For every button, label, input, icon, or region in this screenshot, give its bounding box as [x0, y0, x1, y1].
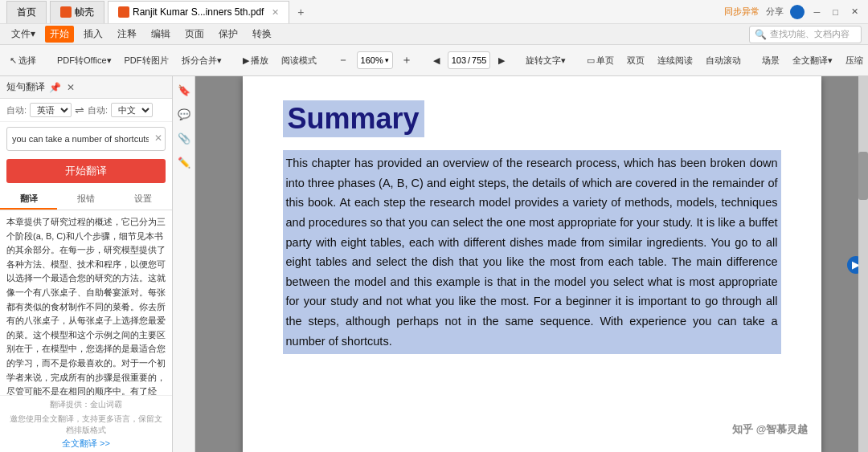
comment-sidebar-btn[interactable]: 💬 [175, 105, 193, 123]
trans-input-area: ✕ [6, 127, 166, 151]
select-tool-label: 选择 [18, 55, 36, 67]
trans-content-area: 本章提供了研究过程的概述，它已分为三个阶段(a, B, C)和八个步骤，细节见本… [0, 210, 172, 395]
attach-sidebar-btn[interactable]: 📎 [175, 129, 193, 147]
split-merge-btn[interactable]: 拆分合并▾ [177, 49, 227, 71]
pdf-to-image-btn[interactable]: PDF转图片 [120, 49, 174, 71]
menu-start[interactable]: 开始 [45, 26, 74, 43]
search-icon: 🔍 [755, 29, 767, 40]
zoom-out-btn[interactable]: － [333, 49, 354, 71]
page-box[interactable]: 103 / 755 [448, 51, 491, 69]
menu-edit[interactable]: 编辑 [146, 26, 175, 43]
lang-source-select[interactable]: 英语 [30, 103, 72, 117]
read-mode-label: 阅读模式 [281, 55, 317, 67]
tab-report[interactable]: 报错 [57, 189, 114, 210]
menu-file[interactable]: 文件▾ [6, 26, 40, 43]
title-bar-right: 同步异常 分享 ─ □ ✕ [724, 5, 862, 19]
trans-content-text: 本章提供了研究过程的概述，它已分为三个阶段(a, B, C)和八个步骤，细节见本… [6, 215, 166, 395]
search-box[interactable]: 🔍 查找功能、文档内容 [749, 26, 862, 43]
lang-selection-row: 自动: 英语 ⇌ 自动: 中文 [0, 99, 172, 122]
menu-protect[interactable]: 保护 [214, 26, 243, 43]
read-mode-btn[interactable]: 阅读模式 [276, 49, 321, 71]
menu-insert[interactable]: 插入 [79, 26, 108, 43]
sign-sidebar-btn[interactable]: ✏️ [175, 153, 193, 171]
page-prev-btn[interactable]: ◀ [428, 49, 444, 71]
pdf-body-text: This chapter has provided an overview of… [283, 150, 781, 354]
play-btn[interactable]: ▶ 播放 [238, 49, 273, 71]
play-icon: ▶ [243, 55, 249, 66]
user-icon [790, 5, 805, 19]
translate-button[interactable]: 开始翻译 [6, 159, 166, 183]
search-placeholder: 查找功能、文档内容 [770, 28, 850, 40]
input-clear-btn[interactable]: ✕ [154, 132, 162, 144]
tab-close-icon[interactable]: ✕ [272, 7, 279, 18]
tab-pdf[interactable]: Ranjit Kumar S...inners 5th.pdf ✕ [108, 1, 289, 23]
annotation-sidebar: 🔖 💬 📎 ✏️ [173, 76, 195, 452]
scroll-thumb[interactable] [858, 152, 868, 200]
full-trans-link[interactable]: 全文翻译 >> [6, 438, 166, 450]
translation-panel: 短句翻译 📌 ✕ 自动: 英语 ⇌ 自动: 中文 ✕ 开始翻译 翻译 报错 设置 [0, 76, 173, 452]
share-btn[interactable]: 分享 [766, 6, 784, 18]
tab-shell-icon [60, 6, 72, 18]
auto-scroll-label: 自动滚动 [706, 55, 741, 67]
menu-bar: 文件▾ 开始 插入 注释 编辑 页面 保护 转换 🔍 查找功能、文档内容 [0, 24, 868, 45]
zoom-in-btn[interactable]: ＋ [396, 49, 417, 71]
menu-page[interactable]: 页面 [180, 26, 209, 43]
double-page-btn[interactable]: 双页 [622, 49, 649, 71]
trans-footer: 翻译提供：金山词霸 邀您使用全文翻译，支持更多语言，保留文档排版格式 全文翻译 … [0, 395, 172, 452]
tab-settings[interactable]: 设置 [115, 189, 172, 210]
page-separator: / [468, 55, 470, 65]
toolbar-wrapper: 文件▾ 开始 插入 注释 编辑 页面 保护 转换 🔍 查找功能、文档内容 ↖ 选… [0, 24, 868, 76]
split-merge-label: 拆分合并▾ [182, 55, 222, 67]
tab-translate[interactable]: 翻译 [0, 189, 57, 210]
full-translate-btn[interactable]: 全文翻译▾ [788, 49, 837, 71]
menu-convert[interactable]: 转换 [248, 26, 276, 43]
scene-label: 场景 [762, 55, 780, 67]
trans-close-icon[interactable]: ✕ [64, 81, 77, 94]
tab-shell-label: 帧壳 [75, 6, 94, 19]
continuous-label: 连续阅读 [657, 55, 693, 67]
pdf-viewer: Summary This chapter has provided an ove… [195, 76, 868, 452]
zoom-level-box[interactable]: 160% ▾ [357, 51, 393, 69]
cursor-icon: ↖ [10, 55, 17, 66]
auto-scroll-btn[interactable]: 自动滚动 [701, 49, 746, 71]
zoom-level-value: 160% [361, 55, 383, 65]
compress-btn[interactable]: 压缩 [841, 49, 868, 71]
pdf-to-office-label: PDF转Office▾ [57, 55, 112, 67]
title-bar: 首页 帧壳 Ranjit Kumar S...inners 5th.pdf ✕ … [0, 0, 868, 24]
page-current-value: 103 [452, 55, 466, 65]
add-tab-button[interactable]: + [293, 4, 309, 20]
select-tool-btn[interactable]: ↖ 选择 [5, 49, 41, 71]
trans-input-field[interactable] [6, 127, 166, 151]
sync-status[interactable]: 同步异常 [724, 6, 760, 18]
pdf-to-office-btn[interactable]: PDF转Office▾ [52, 49, 117, 71]
continuous-btn[interactable]: 连续阅读 [653, 49, 698, 71]
tab-home[interactable]: 首页 [6, 1, 47, 23]
play-label: 播放 [251, 55, 268, 67]
trans-header: 短句翻译 📌 ✕ [0, 76, 172, 99]
zoom-dropdown-icon: ▾ [385, 56, 389, 64]
window-close-btn[interactable]: ✕ [848, 6, 862, 17]
rotate-btn[interactable]: 旋转文字▾ [521, 49, 571, 71]
lang-swap-btn[interactable]: ⇌ [75, 104, 84, 116]
trans-pin-icon[interactable]: 📌 [48, 81, 61, 94]
scroll-indicator[interactable] [858, 76, 868, 452]
pdf-to-image-label: PDF转图片 [125, 55, 169, 67]
tab-pdf-label: Ranjit Kumar S...inners 5th.pdf [133, 6, 264, 18]
pdf-page: Summary This chapter has provided an ove… [243, 76, 821, 452]
double-page-label: 双页 [627, 55, 645, 67]
rotate-label: 旋转文字▾ [526, 55, 566, 67]
page-next-btn[interactable]: ▶ [493, 49, 510, 71]
single-page-icon: ▭ [587, 55, 595, 66]
bookmark-sidebar-btn[interactable]: 🔖 [175, 81, 193, 99]
menu-annotate[interactable]: 注释 [113, 26, 141, 43]
tab-shell[interactable]: 帧壳 [50, 1, 104, 23]
trans-promo: 邀您使用全文翻译，支持更多语言，保留文档排版格式 [6, 413, 166, 436]
trans-provider: 翻译提供：金山词霸 [6, 399, 166, 410]
scene-btn[interactable]: 场景 [757, 49, 784, 71]
compress-label: 压缩 [845, 55, 863, 67]
single-page-btn[interactable]: ▭ 单页 [582, 49, 619, 71]
window-min-btn[interactable]: ─ [811, 7, 824, 17]
lang-target-select[interactable]: 中文 [111, 103, 153, 117]
main-layout: 短句翻译 📌 ✕ 自动: 英语 ⇌ 自动: 中文 ✕ 开始翻译 翻译 报错 设置 [0, 76, 868, 452]
window-max-btn[interactable]: □ [829, 7, 841, 17]
